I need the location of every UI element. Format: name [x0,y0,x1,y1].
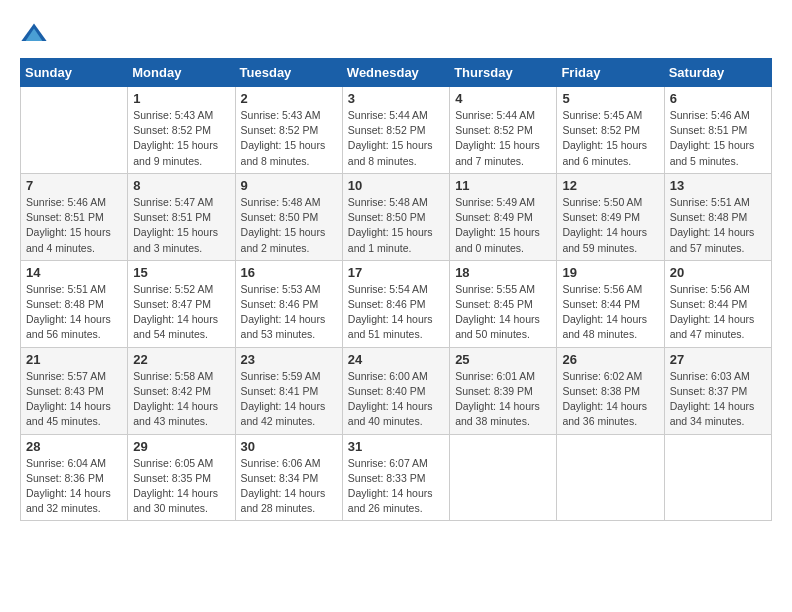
day-info: Sunrise: 5:54 AMSunset: 8:46 PMDaylight:… [348,282,444,343]
day-number: 27 [670,352,766,367]
day-info: Sunrise: 6:04 AMSunset: 8:36 PMDaylight:… [26,456,122,517]
day-number: 15 [133,265,229,280]
day-number: 3 [348,91,444,106]
header-row: SundayMondayTuesdayWednesdayThursdayFrid… [21,59,772,87]
logo-icon [20,20,48,48]
day-info: Sunrise: 5:55 AMSunset: 8:45 PMDaylight:… [455,282,551,343]
calendar-cell: 16Sunrise: 5:53 AMSunset: 8:46 PMDayligh… [235,260,342,347]
calendar-cell: 3Sunrise: 5:44 AMSunset: 8:52 PMDaylight… [342,87,449,174]
calendar-cell [450,434,557,521]
calendar-cell: 5Sunrise: 5:45 AMSunset: 8:52 PMDaylight… [557,87,664,174]
day-info: Sunrise: 6:00 AMSunset: 8:40 PMDaylight:… [348,369,444,430]
calendar-cell: 30Sunrise: 6:06 AMSunset: 8:34 PMDayligh… [235,434,342,521]
header-cell-sunday: Sunday [21,59,128,87]
day-info: Sunrise: 5:43 AMSunset: 8:52 PMDaylight:… [133,108,229,169]
calendar-cell: 6Sunrise: 5:46 AMSunset: 8:51 PMDaylight… [664,87,771,174]
calendar-cell: 18Sunrise: 5:55 AMSunset: 8:45 PMDayligh… [450,260,557,347]
day-info: Sunrise: 5:53 AMSunset: 8:46 PMDaylight:… [241,282,337,343]
calendar-cell: 17Sunrise: 5:54 AMSunset: 8:46 PMDayligh… [342,260,449,347]
day-info: Sunrise: 5:43 AMSunset: 8:52 PMDaylight:… [241,108,337,169]
calendar-cell: 4Sunrise: 5:44 AMSunset: 8:52 PMDaylight… [450,87,557,174]
calendar-cell: 19Sunrise: 5:56 AMSunset: 8:44 PMDayligh… [557,260,664,347]
header-cell-monday: Monday [128,59,235,87]
calendar-cell: 2Sunrise: 5:43 AMSunset: 8:52 PMDaylight… [235,87,342,174]
header-cell-wednesday: Wednesday [342,59,449,87]
day-info: Sunrise: 5:58 AMSunset: 8:42 PMDaylight:… [133,369,229,430]
day-info: Sunrise: 5:56 AMSunset: 8:44 PMDaylight:… [670,282,766,343]
calendar-cell: 26Sunrise: 6:02 AMSunset: 8:38 PMDayligh… [557,347,664,434]
day-info: Sunrise: 5:59 AMSunset: 8:41 PMDaylight:… [241,369,337,430]
day-number: 2 [241,91,337,106]
calendar-table: SundayMondayTuesdayWednesdayThursdayFrid… [20,58,772,521]
day-info: Sunrise: 5:47 AMSunset: 8:51 PMDaylight:… [133,195,229,256]
week-row-4: 21Sunrise: 5:57 AMSunset: 8:43 PMDayligh… [21,347,772,434]
day-number: 7 [26,178,122,193]
day-number: 30 [241,439,337,454]
calendar-cell: 7Sunrise: 5:46 AMSunset: 8:51 PMDaylight… [21,173,128,260]
calendar-cell: 10Sunrise: 5:48 AMSunset: 8:50 PMDayligh… [342,173,449,260]
calendar-cell: 9Sunrise: 5:48 AMSunset: 8:50 PMDaylight… [235,173,342,260]
day-number: 23 [241,352,337,367]
calendar-cell: 28Sunrise: 6:04 AMSunset: 8:36 PMDayligh… [21,434,128,521]
day-info: Sunrise: 5:56 AMSunset: 8:44 PMDaylight:… [562,282,658,343]
header-cell-tuesday: Tuesday [235,59,342,87]
day-number: 31 [348,439,444,454]
day-info: Sunrise: 5:50 AMSunset: 8:49 PMDaylight:… [562,195,658,256]
calendar-cell: 15Sunrise: 5:52 AMSunset: 8:47 PMDayligh… [128,260,235,347]
calendar-cell: 1Sunrise: 5:43 AMSunset: 8:52 PMDaylight… [128,87,235,174]
logo [20,20,52,48]
day-info: Sunrise: 5:44 AMSunset: 8:52 PMDaylight:… [348,108,444,169]
day-info: Sunrise: 5:46 AMSunset: 8:51 PMDaylight:… [670,108,766,169]
day-number: 16 [241,265,337,280]
calendar-cell: 20Sunrise: 5:56 AMSunset: 8:44 PMDayligh… [664,260,771,347]
calendar-cell: 27Sunrise: 6:03 AMSunset: 8:37 PMDayligh… [664,347,771,434]
header-cell-saturday: Saturday [664,59,771,87]
header-cell-friday: Friday [557,59,664,87]
calendar-body: 1Sunrise: 5:43 AMSunset: 8:52 PMDaylight… [21,87,772,521]
day-info: Sunrise: 6:01 AMSunset: 8:39 PMDaylight:… [455,369,551,430]
day-number: 29 [133,439,229,454]
day-number: 24 [348,352,444,367]
day-info: Sunrise: 6:06 AMSunset: 8:34 PMDaylight:… [241,456,337,517]
day-number: 20 [670,265,766,280]
calendar-cell: 24Sunrise: 6:00 AMSunset: 8:40 PMDayligh… [342,347,449,434]
day-number: 25 [455,352,551,367]
day-number: 26 [562,352,658,367]
day-info: Sunrise: 5:52 AMSunset: 8:47 PMDaylight:… [133,282,229,343]
day-info: Sunrise: 5:49 AMSunset: 8:49 PMDaylight:… [455,195,551,256]
calendar-cell: 31Sunrise: 6:07 AMSunset: 8:33 PMDayligh… [342,434,449,521]
calendar-cell: 11Sunrise: 5:49 AMSunset: 8:49 PMDayligh… [450,173,557,260]
day-number: 21 [26,352,122,367]
page-header [20,20,772,48]
calendar-cell: 12Sunrise: 5:50 AMSunset: 8:49 PMDayligh… [557,173,664,260]
calendar-cell: 22Sunrise: 5:58 AMSunset: 8:42 PMDayligh… [128,347,235,434]
day-info: Sunrise: 5:51 AMSunset: 8:48 PMDaylight:… [670,195,766,256]
day-number: 1 [133,91,229,106]
header-cell-thursday: Thursday [450,59,557,87]
day-info: Sunrise: 5:48 AMSunset: 8:50 PMDaylight:… [348,195,444,256]
calendar-cell: 21Sunrise: 5:57 AMSunset: 8:43 PMDayligh… [21,347,128,434]
day-info: Sunrise: 6:02 AMSunset: 8:38 PMDaylight:… [562,369,658,430]
day-number: 6 [670,91,766,106]
week-row-5: 28Sunrise: 6:04 AMSunset: 8:36 PMDayligh… [21,434,772,521]
calendar-cell [21,87,128,174]
day-number: 10 [348,178,444,193]
week-row-3: 14Sunrise: 5:51 AMSunset: 8:48 PMDayligh… [21,260,772,347]
day-number: 4 [455,91,551,106]
day-number: 8 [133,178,229,193]
day-info: Sunrise: 5:45 AMSunset: 8:52 PMDaylight:… [562,108,658,169]
calendar-cell: 23Sunrise: 5:59 AMSunset: 8:41 PMDayligh… [235,347,342,434]
day-number: 18 [455,265,551,280]
week-row-1: 1Sunrise: 5:43 AMSunset: 8:52 PMDaylight… [21,87,772,174]
day-number: 11 [455,178,551,193]
day-number: 19 [562,265,658,280]
day-number: 22 [133,352,229,367]
day-info: Sunrise: 5:46 AMSunset: 8:51 PMDaylight:… [26,195,122,256]
day-info: Sunrise: 5:48 AMSunset: 8:50 PMDaylight:… [241,195,337,256]
day-info: Sunrise: 5:51 AMSunset: 8:48 PMDaylight:… [26,282,122,343]
day-number: 9 [241,178,337,193]
day-number: 14 [26,265,122,280]
day-number: 12 [562,178,658,193]
calendar-cell: 14Sunrise: 5:51 AMSunset: 8:48 PMDayligh… [21,260,128,347]
week-row-2: 7Sunrise: 5:46 AMSunset: 8:51 PMDaylight… [21,173,772,260]
